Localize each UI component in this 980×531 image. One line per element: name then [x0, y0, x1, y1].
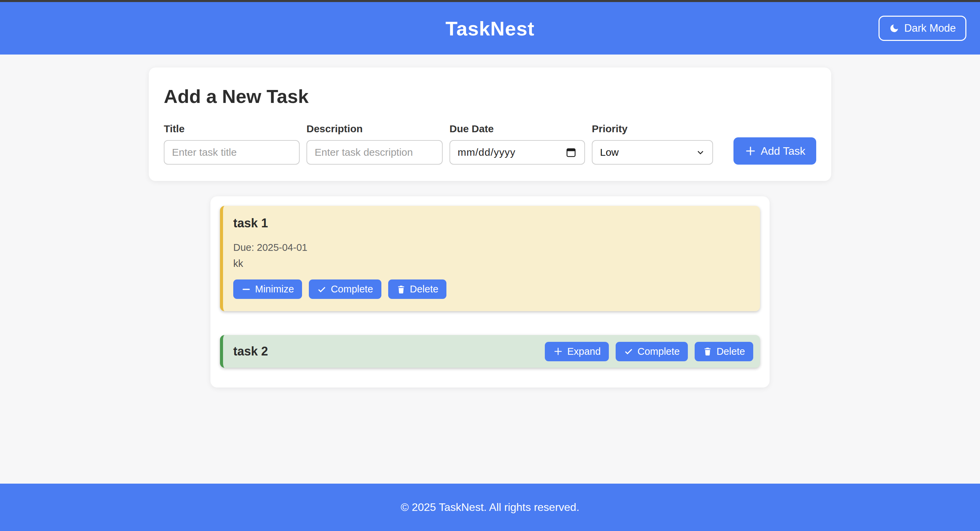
delete-label: Delete — [410, 284, 439, 295]
minimize-task-button[interactable]: Minimize — [233, 279, 302, 299]
dark-mode-label: Dark Mode — [904, 22, 956, 34]
priority-selected-value: Low — [600, 147, 619, 158]
plus-icon — [745, 145, 757, 157]
main-content: Add a New Task Title Description Due Dat… — [0, 54, 980, 484]
minimize-label: Minimize — [255, 284, 294, 295]
trash-icon — [396, 285, 406, 294]
priority-select[interactable]: Low — [592, 140, 713, 164]
due-date-label: Due Date — [449, 123, 585, 135]
due-date-field-group: Due Date mm/dd/yyyy — [449, 123, 585, 164]
minus-icon — [242, 285, 251, 294]
due-date-input[interactable]: mm/dd/yyyy — [449, 140, 585, 164]
app-title: TaskNest — [445, 17, 535, 40]
form-row: Title Description Due Date mm/dd/yyyy — [164, 123, 816, 164]
delete-label: Delete — [716, 346, 745, 357]
complete-task-button[interactable]: Complete — [616, 342, 688, 361]
task-card-collapsed: task 2 Expand Complete — [220, 335, 760, 368]
trash-icon — [703, 347, 712, 356]
plus-icon — [553, 346, 563, 357]
complete-label: Complete — [331, 284, 373, 295]
description-label: Description — [307, 123, 443, 135]
moon-icon — [889, 23, 899, 33]
task-due-date: Due: 2025-04-01 — [233, 242, 750, 253]
form-heading: Add a New Task — [164, 85, 816, 107]
delete-task-button[interactable]: Delete — [695, 342, 753, 361]
add-task-label: Add Task — [761, 145, 805, 158]
complete-label: Complete — [638, 346, 680, 357]
title-label: Title — [164, 123, 300, 135]
check-icon — [624, 347, 633, 356]
chevron-down-icon — [696, 148, 705, 157]
check-icon — [317, 285, 326, 294]
title-input[interactable] — [164, 140, 300, 164]
expand-label: Expand — [567, 346, 601, 357]
task-card-expanded: task 1 Due: 2025-04-01 kk Minimize Compl… — [220, 206, 760, 311]
description-input[interactable] — [307, 140, 443, 164]
calendar-icon[interactable] — [565, 147, 577, 158]
priority-field-group: Priority Low — [592, 123, 713, 164]
app-header: TaskNest Dark Mode — [0, 2, 980, 54]
task-actions: Minimize Complete Delete — [233, 279, 750, 299]
title-field-group: Title — [164, 123, 300, 164]
app-footer: © 2025 TaskNest. All rights reserved. — [0, 484, 980, 531]
add-task-form: Add a New Task Title Description Due Dat… — [149, 67, 831, 181]
due-date-placeholder: mm/dd/yyyy — [458, 147, 515, 158]
task-title: task 1 — [233, 216, 750, 230]
task-description: kk — [233, 258, 750, 269]
priority-label: Priority — [592, 123, 713, 135]
description-field-group: Description — [307, 123, 443, 164]
dark-mode-button[interactable]: Dark Mode — [878, 16, 966, 41]
task-actions: Expand Complete Delete — [545, 342, 753, 361]
task-list: task 1 Due: 2025-04-01 kk Minimize Compl… — [210, 196, 770, 387]
copyright-text: © 2025 TaskNest. All rights reserved. — [401, 501, 579, 513]
delete-task-button[interactable]: Delete — [388, 279, 447, 299]
add-task-button[interactable]: Add Task — [733, 137, 816, 164]
expand-task-button[interactable]: Expand — [545, 342, 609, 361]
complete-task-button[interactable]: Complete — [309, 279, 381, 299]
task-title: task 2 — [233, 344, 545, 359]
